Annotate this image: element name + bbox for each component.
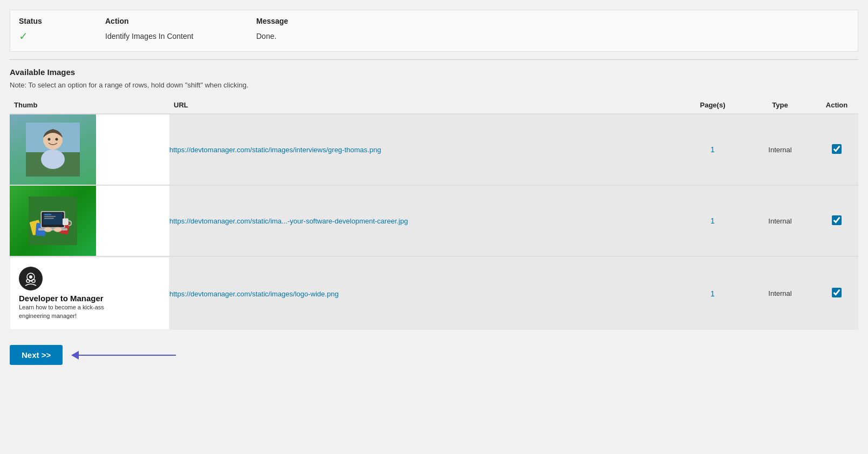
col-header-type: Type <box>745 98 815 114</box>
laptop-thumb-svg <box>29 196 77 245</box>
pages-cell-1: 1 <box>680 185 745 256</box>
logo-icon-circle <box>19 267 43 290</box>
images-table: Thumb URL Page(s) Type Action <box>10 98 858 330</box>
status-message-text: Done. <box>256 32 849 40</box>
thumbnail-laptop <box>10 186 96 256</box>
svg-rect-22 <box>26 280 30 282</box>
thumbnail-person <box>10 114 96 185</box>
svg-point-18 <box>54 227 61 232</box>
pages-cell-0: 1 <box>680 114 745 185</box>
next-section: Next >> <box>10 345 858 365</box>
url-cell-2: https://devtomanager.com/static/images/l… <box>169 256 680 330</box>
url-cell-0: https://devtomanager.com/static/images/i… <box>169 114 680 185</box>
page-wrapper: Status Action Message ✓ Identify Images … <box>0 0 868 454</box>
logo-icon-row <box>19 267 47 290</box>
svg-rect-19 <box>63 219 69 226</box>
svg-point-21 <box>29 275 32 279</box>
col-header-pages: Page(s) <box>680 98 745 114</box>
col-header-thumb: Thumb <box>10 98 169 114</box>
col-header-status: Status <box>19 17 105 25</box>
svg-point-17 <box>44 227 52 232</box>
status-section: Status Action Message ✓ Identify Images … <box>10 10 858 52</box>
action-cell-2 <box>815 256 858 330</box>
logo-icon-svg <box>23 270 39 287</box>
shift-note: Note: To select an option for a range of… <box>10 81 858 89</box>
status-checkmark-icon: ✓ <box>19 30 105 43</box>
image-url-link-0[interactable]: https://devtomanager.com/static/images/i… <box>169 146 381 154</box>
svg-rect-15 <box>44 218 54 219</box>
col-header-url: URL <box>169 98 680 114</box>
svg-rect-16 <box>38 228 67 231</box>
status-data-row: ✓ Identify Images In Content Done. <box>19 30 849 43</box>
thumb-cell-0 <box>10 114 169 185</box>
url-cell-1: https://devtomanager.com/static/ima...-y… <box>169 185 680 256</box>
col-header-action: Action <box>105 17 256 25</box>
table-row: Developer to Manager Learn how to become… <box>10 256 858 330</box>
type-cell-2: Internal <box>745 256 815 330</box>
pages-cell-2: 1 <box>680 256 745 330</box>
image-url-link-1[interactable]: https://devtomanager.com/static/ima...-y… <box>169 217 408 225</box>
person-thumb-svg <box>26 123 80 177</box>
col-header-message: Message <box>256 17 849 25</box>
logo-brand-name: Developer to Manager <box>19 294 104 303</box>
arrow-head-icon <box>71 351 79 360</box>
svg-point-3 <box>41 150 65 169</box>
action-cell-1 <box>815 185 858 256</box>
action-cell-0 <box>815 114 858 185</box>
type-cell-1: Internal <box>745 185 815 256</box>
type-cell-0: Internal <box>745 114 815 185</box>
available-images-title: Available Images <box>10 67 858 77</box>
logo-tagline: Learn how to become a kick-assengineerin… <box>19 303 104 320</box>
thumb-cell-2: Developer to Manager Learn how to become… <box>10 256 169 330</box>
svg-rect-14 <box>44 216 56 217</box>
svg-rect-23 <box>32 280 35 282</box>
svg-rect-13 <box>44 214 52 215</box>
image-url-link-2[interactable]: https://devtomanager.com/static/images/l… <box>169 290 339 298</box>
thumbnail-logo: Developer to Manager Learn how to become… <box>10 257 169 330</box>
table-row: https://devtomanager.com/static/images/i… <box>10 114 858 185</box>
status-header-row: Status Action Message <box>19 17 849 25</box>
col-header-action: Action <box>815 98 858 114</box>
section-divider <box>10 59 858 60</box>
status-action-text: Identify Images In Content <box>105 32 256 40</box>
arrow-indicator <box>72 351 176 360</box>
image-checkbox-2[interactable] <box>832 288 842 297</box>
arrow-line <box>79 355 176 356</box>
table-row: https://devtomanager.com/static/ima...-y… <box>10 185 858 256</box>
svg-point-5 <box>56 138 58 141</box>
image-checkbox-0[interactable] <box>832 144 842 154</box>
image-checkbox-1[interactable] <box>832 215 842 225</box>
svg-point-4 <box>48 138 51 141</box>
thumb-cell-1 <box>10 185 169 256</box>
next-button[interactable]: Next >> <box>10 345 63 365</box>
